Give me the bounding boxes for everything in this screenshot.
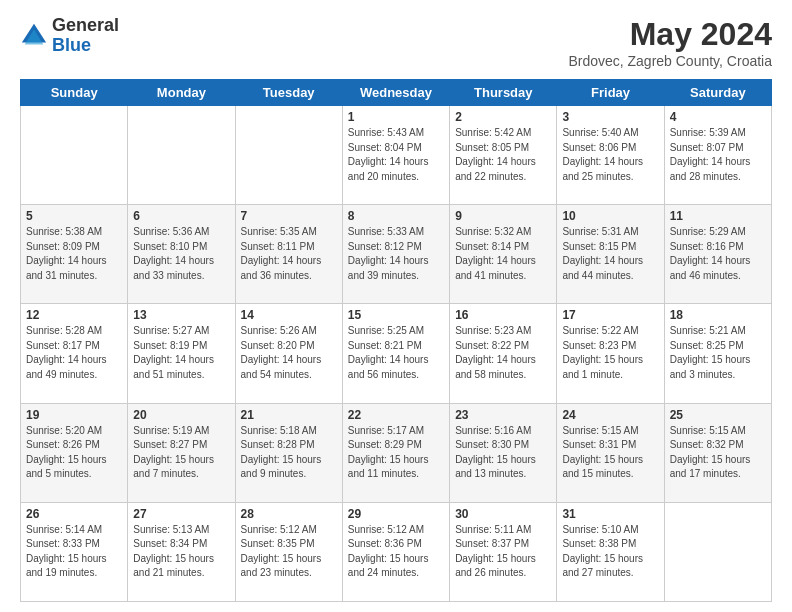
table-row: 19Sunrise: 5:20 AM Sunset: 8:26 PM Dayli… bbox=[21, 403, 128, 502]
calendar-table: Sunday Monday Tuesday Wednesday Thursday… bbox=[20, 79, 772, 602]
table-row: 8Sunrise: 5:33 AM Sunset: 8:12 PM Daylig… bbox=[342, 205, 449, 304]
day-info: Sunrise: 5:22 AM Sunset: 8:23 PM Dayligh… bbox=[562, 324, 658, 382]
calendar-week-5: 26Sunrise: 5:14 AM Sunset: 8:33 PM Dayli… bbox=[21, 502, 772, 601]
day-number: 28 bbox=[241, 507, 337, 521]
day-number: 16 bbox=[455, 308, 551, 322]
table-row: 3Sunrise: 5:40 AM Sunset: 8:06 PM Daylig… bbox=[557, 106, 664, 205]
day-info: Sunrise: 5:17 AM Sunset: 8:29 PM Dayligh… bbox=[348, 424, 444, 482]
table-row: 31Sunrise: 5:10 AM Sunset: 8:38 PM Dayli… bbox=[557, 502, 664, 601]
day-number: 22 bbox=[348, 408, 444, 422]
day-number: 24 bbox=[562, 408, 658, 422]
table-row bbox=[128, 106, 235, 205]
day-info: Sunrise: 5:27 AM Sunset: 8:19 PM Dayligh… bbox=[133, 324, 229, 382]
day-info: Sunrise: 5:15 AM Sunset: 8:32 PM Dayligh… bbox=[670, 424, 766, 482]
table-row: 2Sunrise: 5:42 AM Sunset: 8:05 PM Daylig… bbox=[450, 106, 557, 205]
day-info: Sunrise: 5:43 AM Sunset: 8:04 PM Dayligh… bbox=[348, 126, 444, 184]
day-info: Sunrise: 5:32 AM Sunset: 8:14 PM Dayligh… bbox=[455, 225, 551, 283]
day-info: Sunrise: 5:12 AM Sunset: 8:36 PM Dayligh… bbox=[348, 523, 444, 581]
day-number: 10 bbox=[562, 209, 658, 223]
day-info: Sunrise: 5:11 AM Sunset: 8:37 PM Dayligh… bbox=[455, 523, 551, 581]
day-number: 30 bbox=[455, 507, 551, 521]
day-info: Sunrise: 5:33 AM Sunset: 8:12 PM Dayligh… bbox=[348, 225, 444, 283]
table-row: 28Sunrise: 5:12 AM Sunset: 8:35 PM Dayli… bbox=[235, 502, 342, 601]
table-row: 21Sunrise: 5:18 AM Sunset: 8:28 PM Dayli… bbox=[235, 403, 342, 502]
day-number: 19 bbox=[26, 408, 122, 422]
col-friday: Friday bbox=[557, 80, 664, 106]
logo-text: General Blue bbox=[52, 16, 119, 56]
day-info: Sunrise: 5:15 AM Sunset: 8:31 PM Dayligh… bbox=[562, 424, 658, 482]
table-row: 7Sunrise: 5:35 AM Sunset: 8:11 PM Daylig… bbox=[235, 205, 342, 304]
day-info: Sunrise: 5:35 AM Sunset: 8:11 PM Dayligh… bbox=[241, 225, 337, 283]
day-info: Sunrise: 5:12 AM Sunset: 8:35 PM Dayligh… bbox=[241, 523, 337, 581]
day-info: Sunrise: 5:39 AM Sunset: 8:07 PM Dayligh… bbox=[670, 126, 766, 184]
table-row: 15Sunrise: 5:25 AM Sunset: 8:21 PM Dayli… bbox=[342, 304, 449, 403]
day-number: 5 bbox=[26, 209, 122, 223]
day-number: 12 bbox=[26, 308, 122, 322]
logo-general-text: General bbox=[52, 16, 119, 36]
calendar-week-2: 5Sunrise: 5:38 AM Sunset: 8:09 PM Daylig… bbox=[21, 205, 772, 304]
day-info: Sunrise: 5:38 AM Sunset: 8:09 PM Dayligh… bbox=[26, 225, 122, 283]
calendar-week-4: 19Sunrise: 5:20 AM Sunset: 8:26 PM Dayli… bbox=[21, 403, 772, 502]
day-info: Sunrise: 5:19 AM Sunset: 8:27 PM Dayligh… bbox=[133, 424, 229, 482]
day-number: 25 bbox=[670, 408, 766, 422]
day-info: Sunrise: 5:20 AM Sunset: 8:26 PM Dayligh… bbox=[26, 424, 122, 482]
day-info: Sunrise: 5:13 AM Sunset: 8:34 PM Dayligh… bbox=[133, 523, 229, 581]
table-row: 1Sunrise: 5:43 AM Sunset: 8:04 PM Daylig… bbox=[342, 106, 449, 205]
day-number: 15 bbox=[348, 308, 444, 322]
table-row: 16Sunrise: 5:23 AM Sunset: 8:22 PM Dayli… bbox=[450, 304, 557, 403]
table-row: 17Sunrise: 5:22 AM Sunset: 8:23 PM Dayli… bbox=[557, 304, 664, 403]
table-row: 27Sunrise: 5:13 AM Sunset: 8:34 PM Dayli… bbox=[128, 502, 235, 601]
table-row: 13Sunrise: 5:27 AM Sunset: 8:19 PM Dayli… bbox=[128, 304, 235, 403]
day-info: Sunrise: 5:36 AM Sunset: 8:10 PM Dayligh… bbox=[133, 225, 229, 283]
day-info: Sunrise: 5:23 AM Sunset: 8:22 PM Dayligh… bbox=[455, 324, 551, 382]
page: General Blue May 2024 Brdovec, Zagreb Co… bbox=[0, 0, 792, 612]
day-info: Sunrise: 5:31 AM Sunset: 8:15 PM Dayligh… bbox=[562, 225, 658, 283]
table-row bbox=[235, 106, 342, 205]
col-wednesday: Wednesday bbox=[342, 80, 449, 106]
day-number: 17 bbox=[562, 308, 658, 322]
day-info: Sunrise: 5:40 AM Sunset: 8:06 PM Dayligh… bbox=[562, 126, 658, 184]
day-number: 13 bbox=[133, 308, 229, 322]
day-info: Sunrise: 5:18 AM Sunset: 8:28 PM Dayligh… bbox=[241, 424, 337, 482]
table-row: 22Sunrise: 5:17 AM Sunset: 8:29 PM Dayli… bbox=[342, 403, 449, 502]
title-block: May 2024 Brdovec, Zagreb County, Croatia bbox=[568, 16, 772, 69]
day-info: Sunrise: 5:16 AM Sunset: 8:30 PM Dayligh… bbox=[455, 424, 551, 482]
day-number: 29 bbox=[348, 507, 444, 521]
logo-icon bbox=[20, 22, 48, 50]
day-number: 2 bbox=[455, 110, 551, 124]
day-info: Sunrise: 5:26 AM Sunset: 8:20 PM Dayligh… bbox=[241, 324, 337, 382]
col-sunday: Sunday bbox=[21, 80, 128, 106]
table-row: 30Sunrise: 5:11 AM Sunset: 8:37 PM Dayli… bbox=[450, 502, 557, 601]
table-row: 20Sunrise: 5:19 AM Sunset: 8:27 PM Dayli… bbox=[128, 403, 235, 502]
calendar-week-1: 1Sunrise: 5:43 AM Sunset: 8:04 PM Daylig… bbox=[21, 106, 772, 205]
col-monday: Monday bbox=[128, 80, 235, 106]
day-number: 20 bbox=[133, 408, 229, 422]
day-info: Sunrise: 5:10 AM Sunset: 8:38 PM Dayligh… bbox=[562, 523, 658, 581]
col-tuesday: Tuesday bbox=[235, 80, 342, 106]
day-number: 23 bbox=[455, 408, 551, 422]
col-thursday: Thursday bbox=[450, 80, 557, 106]
table-row: 6Sunrise: 5:36 AM Sunset: 8:10 PM Daylig… bbox=[128, 205, 235, 304]
day-number: 1 bbox=[348, 110, 444, 124]
day-number: 7 bbox=[241, 209, 337, 223]
day-number: 21 bbox=[241, 408, 337, 422]
day-number: 6 bbox=[133, 209, 229, 223]
day-info: Sunrise: 5:28 AM Sunset: 8:17 PM Dayligh… bbox=[26, 324, 122, 382]
day-number: 31 bbox=[562, 507, 658, 521]
day-info: Sunrise: 5:42 AM Sunset: 8:05 PM Dayligh… bbox=[455, 126, 551, 184]
day-info: Sunrise: 5:25 AM Sunset: 8:21 PM Dayligh… bbox=[348, 324, 444, 382]
day-number: 14 bbox=[241, 308, 337, 322]
table-row: 5Sunrise: 5:38 AM Sunset: 8:09 PM Daylig… bbox=[21, 205, 128, 304]
table-row: 26Sunrise: 5:14 AM Sunset: 8:33 PM Dayli… bbox=[21, 502, 128, 601]
day-info: Sunrise: 5:21 AM Sunset: 8:25 PM Dayligh… bbox=[670, 324, 766, 382]
table-row: 24Sunrise: 5:15 AM Sunset: 8:31 PM Dayli… bbox=[557, 403, 664, 502]
table-row: 11Sunrise: 5:29 AM Sunset: 8:16 PM Dayli… bbox=[664, 205, 771, 304]
day-info: Sunrise: 5:14 AM Sunset: 8:33 PM Dayligh… bbox=[26, 523, 122, 581]
day-number: 26 bbox=[26, 507, 122, 521]
table-row: 4Sunrise: 5:39 AM Sunset: 8:07 PM Daylig… bbox=[664, 106, 771, 205]
day-number: 18 bbox=[670, 308, 766, 322]
header: General Blue May 2024 Brdovec, Zagreb Co… bbox=[20, 16, 772, 69]
day-number: 27 bbox=[133, 507, 229, 521]
calendar-header-row: Sunday Monday Tuesday Wednesday Thursday… bbox=[21, 80, 772, 106]
day-number: 8 bbox=[348, 209, 444, 223]
